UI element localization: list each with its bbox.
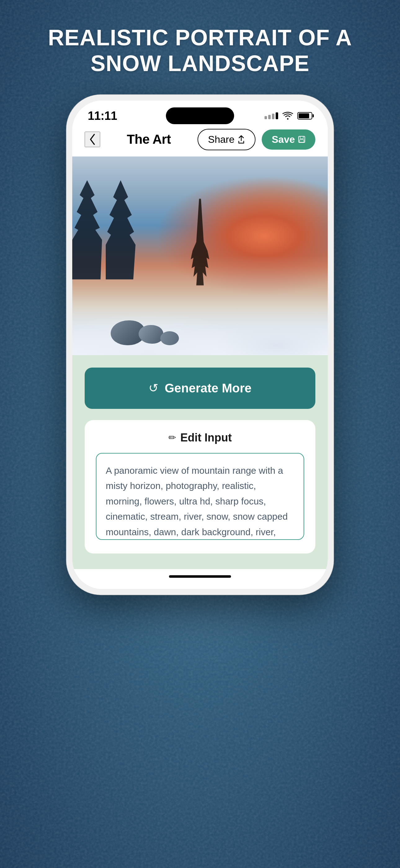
save-button[interactable]: Save bbox=[262, 129, 315, 150]
rock-2 bbox=[139, 325, 163, 344]
page-title: REALISTIC PORTRAIT OF A SNOW LANDSCAPE bbox=[17, 0, 383, 95]
share-button[interactable]: Share bbox=[198, 129, 256, 150]
nav-bar: The Art Share Save bbox=[72, 126, 328, 156]
nav-actions: Share Save bbox=[198, 129, 315, 150]
edit-header: ✏ Edit Input bbox=[96, 431, 304, 444]
phone-screen: 11:11 bbox=[72, 101, 328, 589]
home-indicator-area bbox=[72, 569, 328, 589]
content-area: ↺ Generate More ✏ Edit Input bbox=[72, 355, 328, 569]
rock-3 bbox=[160, 331, 179, 345]
edit-input-label: Edit Input bbox=[180, 431, 232, 444]
prompt-textarea[interactable] bbox=[96, 453, 304, 540]
phone-mockup: 11:11 bbox=[67, 95, 333, 685]
battery-fill bbox=[299, 113, 309, 118]
home-indicator-bar bbox=[169, 575, 231, 578]
nav-title: The Art bbox=[127, 132, 171, 147]
generate-icon: ↺ bbox=[148, 381, 159, 395]
dynamic-island bbox=[166, 107, 234, 124]
back-button[interactable] bbox=[85, 132, 100, 147]
signal-icon bbox=[265, 113, 278, 119]
svg-rect-2 bbox=[300, 140, 304, 142]
generate-more-button[interactable]: ↺ Generate More bbox=[85, 368, 315, 409]
status-icons bbox=[265, 112, 312, 120]
wifi-icon bbox=[282, 112, 293, 120]
battery-icon bbox=[297, 112, 312, 120]
ai-image-container bbox=[72, 156, 328, 355]
status-time: 11:11 bbox=[88, 109, 117, 123]
phone-shell: 11:11 bbox=[67, 95, 333, 594]
rocks-foreground bbox=[111, 317, 179, 345]
snow-landscape-image bbox=[72, 156, 328, 355]
svg-rect-1 bbox=[300, 136, 303, 139]
edit-input-section: ✏ Edit Input bbox=[85, 420, 315, 554]
generate-more-label: Generate More bbox=[165, 381, 252, 395]
status-bar: 11:11 bbox=[72, 101, 328, 126]
pencil-icon: ✏ bbox=[168, 432, 176, 443]
